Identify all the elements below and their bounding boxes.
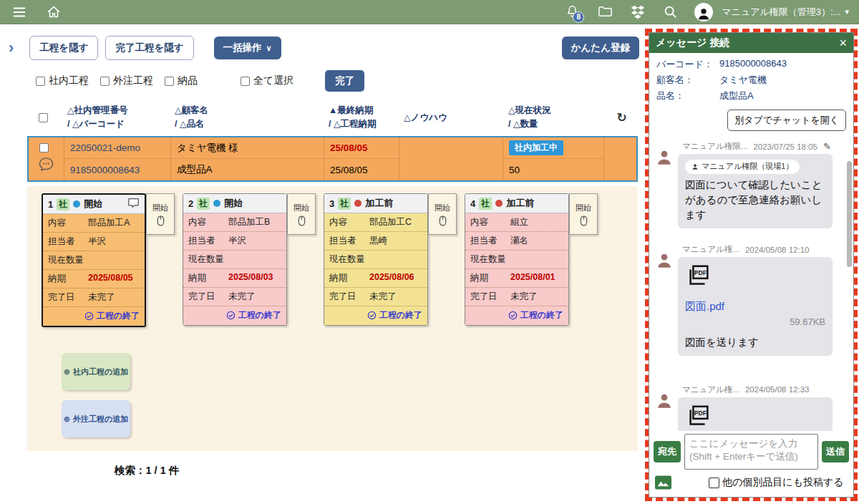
chat-scrollbar[interactable] <box>847 161 852 267</box>
finish-process-link[interactable]: 工程の終了 <box>324 306 427 325</box>
row-final-due: 25/08/05 <box>324 137 399 159</box>
finish-process-link[interactable]: 工程の終了 <box>183 306 286 325</box>
folder-icon[interactable] <box>593 0 617 24</box>
bulk-actions-button[interactable]: 一括操作 ∨ <box>214 37 281 59</box>
select-all-checkbox[interactable] <box>241 77 250 86</box>
process-card-4[interactable]: 4 社 加工前 内容組立 担当者瀬名 現在数量 納期2025/08/01 完了日… <box>465 193 569 326</box>
open-chat-new-tab-button[interactable]: 別タブでチャットを開く <box>727 110 846 131</box>
chat-customer-value: タミヤ電機 <box>719 74 767 87</box>
toolbar-row: › 工程を隠す 完了工程を隠す 一括操作 ∨ かんたん登録 <box>9 36 639 60</box>
hide-process-button[interactable]: 工程を隠す <box>29 36 98 60</box>
refresh-icon[interactable]: ↻ <box>616 111 626 125</box>
row-knowhow <box>399 137 503 180</box>
process-card-1[interactable]: 1 社 開始 内容部品加工A 担当者半沢 現在数量 納期 <box>42 193 146 327</box>
svg-text:PDF: PDF <box>694 410 707 417</box>
edit-icon[interactable]: ✎ <box>823 141 831 152</box>
search-icon[interactable] <box>659 0 683 24</box>
finish-process-link[interactable]: 工程の終了 <box>43 307 145 326</box>
row-checkbox[interactable] <box>39 143 49 152</box>
chat-product-value: 成型品A <box>719 89 754 102</box>
message-sender: マニュアル権... <box>682 244 739 255</box>
mouse-icon <box>580 215 588 226</box>
internal-badge: 社 <box>57 198 69 210</box>
cards-row: 1 社 開始 内容部品加工A 担当者半沢 現在数量 納期 <box>42 193 638 327</box>
card-chat-bubble-icon[interactable] <box>127 198 140 210</box>
menu-icon[interactable] <box>7 0 31 24</box>
bell-icon[interactable]: 8 <box>560 0 584 24</box>
status-badge: 社内加工中 <box>509 140 563 155</box>
post-to-other-items[interactable]: 他の個別品目にも投稿する <box>709 476 844 489</box>
message-time: 2024/05/08 12:10 <box>745 246 810 254</box>
chat-header: メッセージ 接続 × <box>649 33 853 53</box>
filter-internal[interactable]: 社内工程 <box>36 74 89 87</box>
chat-panel-annotation-border: メッセージ 接続 × バーコード：9185000008643 顧客名：タミヤ電機… <box>645 29 858 501</box>
add-internal-process-button[interactable]: ⊕ 社内工程の追加 <box>62 353 130 390</box>
row-chat-bubble-icon[interactable] <box>38 157 54 175</box>
close-icon[interactable]: × <box>839 36 847 51</box>
filter-select-all[interactable]: 全て選択 <box>241 74 293 87</box>
start-tab-1[interactable]: 開始 <box>146 193 175 235</box>
attach-image-icon[interactable] <box>655 475 671 490</box>
chat-panel: メッセージ 接続 × バーコード：9185000008643 顧客名：タミヤ電機… <box>649 32 854 498</box>
status-dot-icon <box>73 200 80 208</box>
mouse-icon <box>439 215 447 226</box>
chat-message: マニュアル権... 2024/05/08 12:10 PDF 図面.pdf 59… <box>655 244 846 356</box>
card-group-4: 4 社 加工前 内容組立 担当者瀬名 現在数量 納期2025/08/01 完了日… <box>465 193 598 327</box>
status-dot-icon <box>213 200 220 207</box>
user-avatar-icon <box>655 384 678 431</box>
delivery-checkbox[interactable] <box>165 77 174 86</box>
filter-delivery[interactable]: 納品 <box>165 74 198 87</box>
filter-external[interactable]: 外注工程 <box>100 74 153 87</box>
user-avatar-icon <box>655 244 678 356</box>
chat-barcode-value: 9185000008643 <box>719 58 787 71</box>
mouse-icon <box>157 215 165 226</box>
plus-icon: ⊕ <box>64 367 70 377</box>
table-header-row: △社内管理番号 / △バーコード △顧客名 / △品名 ▲最終納期 / △工程納… <box>27 99 638 136</box>
expand-sidebar-chevron-icon[interactable]: › <box>9 40 14 56</box>
message-time: 2024/05/08 12:33 <box>745 385 810 394</box>
row-quantity: 50 <box>503 159 603 180</box>
column-header-status[interactable]: △現在状況 / △数量 <box>504 104 606 131</box>
message-input[interactable] <box>684 434 818 470</box>
start-tab-3[interactable]: 開始 <box>428 193 457 235</box>
person-icon <box>691 163 699 170</box>
user-name-label[interactable]: マニュアル権限（管理3）:... <box>722 6 840 19</box>
recipient-button[interactable]: 宛先 <box>654 441 681 462</box>
chat-message: マニュアル権... 2024/05/08 12:33 PDF 図面 2.pdf … <box>655 384 846 431</box>
table-row[interactable]: 22050021-demo 9185000008643 タミヤ電機 様 成型品A… <box>27 136 638 182</box>
header-checkbox[interactable] <box>39 113 48 122</box>
internal-checkbox[interactable] <box>36 77 45 86</box>
mouse-icon <box>298 215 306 226</box>
mention-chip: マニュアル権限（現場1） <box>685 160 800 174</box>
easy-register-button[interactable]: かんたん登録 <box>562 37 639 59</box>
home-icon[interactable] <box>42 0 66 24</box>
process-card-2[interactable]: 2 社 開始 内容部品加工B 担当者半沢 現在数量 納期2025/08/03 完… <box>183 193 287 326</box>
add-external-process-button[interactable]: ⊕ 外注工程の追加 <box>62 400 130 437</box>
complete-button[interactable]: 完了 <box>325 70 364 92</box>
column-header-id[interactable]: △社内管理番号 / △バーコード <box>63 104 170 131</box>
process-card-3[interactable]: 3 社 加工前 内容部品加工C 担当者黒崎 現在数量 納期2025/08/06 … <box>324 193 428 326</box>
external-checkbox[interactable] <box>100 77 110 86</box>
message-time: 2023/07/25 18:05 <box>753 142 817 151</box>
message-text: 図面を送ります <box>685 335 825 350</box>
file-link[interactable]: 図面.pdf <box>685 299 825 314</box>
start-tab-4[interactable]: 開始 <box>569 193 598 235</box>
user-avatar[interactable] <box>691 0 716 24</box>
column-header-customer[interactable]: △顧客名 / △品名 <box>170 104 324 131</box>
column-header-due[interactable]: ▲最終納期 / △工程納期 <box>324 104 399 131</box>
card-group-1: 1 社 開始 内容部品加工A 担当者半沢 現在数量 納期 <box>42 193 175 327</box>
internal-badge: 社 <box>338 198 351 210</box>
stage: 8 マニュアル権限（管理3）:... ▾ › 工程を隠す 完了工程を隠す 一括操… <box>0 0 859 504</box>
column-header-knowhow[interactable]: △ノウハウ <box>399 111 504 125</box>
chat-input-row: 宛先 送信 <box>649 431 853 472</box>
row-product: 成型品A <box>171 159 324 180</box>
post-other-checkbox[interactable] <box>709 478 719 488</box>
start-tab-2[interactable]: 開始 <box>287 193 316 235</box>
row-process-due: 25/08/05 <box>324 159 399 180</box>
finish-process-link[interactable]: 工程の終了 <box>465 306 568 325</box>
send-button[interactable]: 送信 <box>822 441 849 462</box>
card-group-2: 2 社 開始 内容部品加工B 担当者半沢 現在数量 納期2025/08/03 完… <box>183 193 316 327</box>
user-menu-caret-icon[interactable]: ▾ <box>845 7 849 16</box>
dropbox-icon[interactable] <box>626 0 650 24</box>
hide-completed-button[interactable]: 完了工程を隠す <box>105 36 193 60</box>
